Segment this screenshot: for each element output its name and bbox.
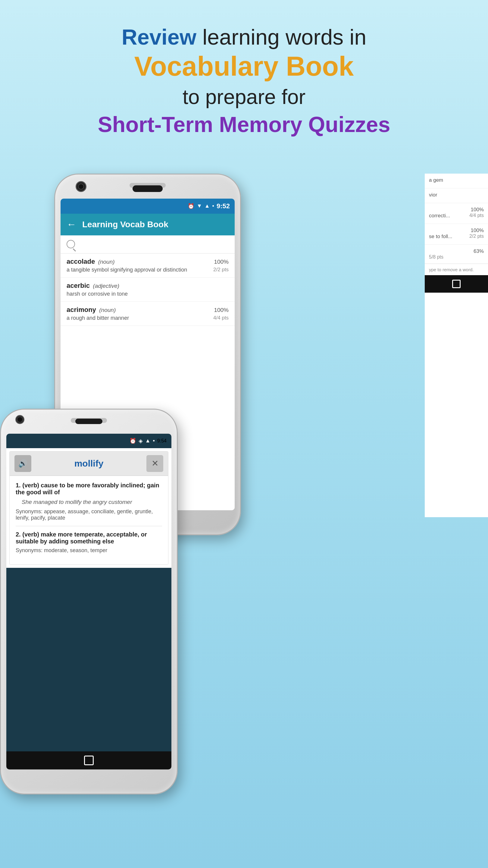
header-line1: Review learning words in <box>0 24 488 50</box>
right-pts-last: 5/8 pts <box>429 254 444 260</box>
word-header-acerbic: acerbic (adjective) <box>67 282 229 290</box>
alarm-icon-front: ⏰ <box>130 438 136 444</box>
phones-area: ⏰ ▼ ▲ ▪ 9:52 ← Learning Vocab Book <box>0 156 488 864</box>
dialog-body: 1. (verb) cause to be more favorably inc… <box>10 476 168 564</box>
definition-2-text: (verb) make more temperate, acceptable, … <box>16 531 147 545</box>
right-item-foll: 100% se to foll... 2/2 pts <box>425 224 488 245</box>
front-phone: ⏰ ◈ ▲ ▪ 9:54 🔊 mollify <box>0 409 178 795</box>
word-dialog: 🔊 mollify ✕ 1. (verb) cause to be mo <box>9 451 168 565</box>
right-partial-list: a gem vior 100% correcti... 4/4 pts 100%… <box>425 174 488 517</box>
definition-1-text: (verb) cause to be more favorably inclin… <box>16 482 159 495</box>
word-pos-acerbic: (adjective) <box>93 283 120 289</box>
word-def-accolade: a tangible symbol signifying approval or… <box>67 267 229 273</box>
swipe-hint: ype to remove a word. <box>425 264 488 275</box>
definition-1: 1. (verb) cause to be more favorably inc… <box>16 482 162 496</box>
phone-camera-back <box>76 181 87 192</box>
dialog-header: 🔊 mollify ✕ <box>10 452 168 476</box>
word-name-row-acerbic: acerbic (adjective) <box>67 282 119 290</box>
definition-divider <box>16 526 162 526</box>
right-item-correcti: 100% correcti... 4/4 pts <box>425 203 488 224</box>
word-header-acrimony: acrimony (noun) 100% <box>67 306 229 314</box>
close-button[interactable]: ✕ <box>147 455 163 472</box>
right-def-row-foll: se to foll... 2/2 pts <box>429 234 484 241</box>
search-bar[interactable] <box>61 236 235 253</box>
dialog-word: mollify <box>31 458 147 469</box>
word-pos-acrimony: (noun) <box>99 307 116 313</box>
phone-shell-front: ⏰ ◈ ▲ ▪ 9:54 🔊 mollify <box>0 409 178 795</box>
phone-speaker-back <box>133 185 163 192</box>
vocabulary-book-text: Vocabulary Book <box>0 50 488 83</box>
status-time-back: 9:52 <box>217 202 230 210</box>
right-text-foll: se to foll... <box>429 234 452 240</box>
right-pts-foll: 2/2 pts <box>469 234 484 241</box>
right-pts-correcti: 4/4 pts <box>469 213 484 220</box>
word-pos-accolade: (noun) <box>98 258 115 265</box>
quiz-text: Short-Term Memory Quizzes <box>0 112 488 137</box>
example-sentence-1: She managed to mollify the angry custome… <box>22 499 162 505</box>
word-name-row: accolade (noun) <box>67 258 115 266</box>
status-bar-front: ⏰ ◈ ▲ ▪ 9:54 <box>6 434 171 448</box>
right-percent-correcti: 100% <box>471 207 484 213</box>
learning-words-text: learning words in <box>196 25 366 49</box>
status-bar-back: ⏰ ▼ ▲ ▪ 9:52 <box>61 198 235 214</box>
right-text-vior: vior <box>429 192 484 198</box>
right-text-gem: a gem <box>429 177 484 183</box>
right-stats-correcti: 100% <box>429 207 484 213</box>
word-name-acerbic: acerbic <box>67 282 90 289</box>
word-name-accolade: accolade <box>67 258 95 265</box>
word-header-accolade: accolade (noun) 100% <box>67 258 229 266</box>
battery-icon-front: ▪ <box>153 438 155 444</box>
background-area <box>6 568 171 751</box>
right-percent-last: 63% <box>474 248 484 254</box>
search-icon <box>67 240 75 248</box>
synonyms-1: Synonyms: appease, assuage, conciliate, … <box>16 508 162 521</box>
right-percent-foll: 100% <box>471 227 484 234</box>
word-pts-accolade: 2/2 pts <box>213 267 229 273</box>
nav-square-right <box>452 280 461 288</box>
signal-icon-front: ▲ <box>145 438 151 444</box>
word-item-accolade[interactable]: accolade (noun) 100% a tangible symbol s… <box>61 253 235 278</box>
right-item-gem: a gem <box>425 174 488 188</box>
phone-speaker-front <box>75 418 102 424</box>
word-name-row-acrimony: acrimony (noun) <box>67 306 116 314</box>
phone-camera-front <box>15 415 24 424</box>
speaker-icon: 🔊 <box>19 459 27 468</box>
right-item-last: 63% 5/8 pts <box>425 245 488 264</box>
wifi-icon-front: ◈ <box>138 438 143 444</box>
alarm-icon: ⏰ <box>188 203 194 210</box>
back-arrow-icon[interactable]: ← <box>67 219 76 230</box>
review-text: Review <box>122 25 196 49</box>
right-stats-last: 63% <box>429 248 484 254</box>
swipe-hint-area: ype to remove a word. <box>425 264 488 293</box>
word-percent-accolade: 100% <box>214 258 229 265</box>
word-percent-acrimony: 100% <box>214 307 229 313</box>
phone-screen-front: ⏰ ◈ ▲ ▪ 9:54 🔊 mollify <box>6 434 171 770</box>
app-bar-back: ← Learning Vocab Book <box>61 214 235 236</box>
app-bar-title: Learning Vocab Book <box>82 220 168 229</box>
right-text-correcti: correcti... <box>429 213 450 219</box>
battery-icon: ▪ <box>213 203 214 209</box>
word-item-acrimony[interactable]: acrimony (noun) 100% a rough and bitter … <box>61 302 235 326</box>
close-icon: ✕ <box>152 458 158 468</box>
front-screen-content: ⏰ ◈ ▲ ▪ 9:54 🔊 mollify <box>6 434 171 770</box>
word-def-acerbic: harsh or corrosive in tone <box>67 291 229 297</box>
wifi-icon: ▼ <box>197 203 202 209</box>
bottom-nav-right <box>425 275 488 293</box>
word-name-acrimony: acrimony <box>67 306 96 313</box>
right-def-row-correcti: correcti... 4/4 pts <box>429 213 484 220</box>
bottom-nav <box>6 751 171 770</box>
word-def-acrimony: a rough and bitter manner 4/4 pts <box>67 315 229 321</box>
synonyms-2: Synonyms: moderate, season, temper <box>16 547 162 554</box>
status-time-front: 9:54 <box>157 438 167 444</box>
right-item-vior: vior <box>425 188 488 203</box>
nav-square-icon[interactable] <box>84 755 94 765</box>
speaker-button[interactable]: 🔊 <box>14 455 31 472</box>
word-pts-acrimony: 4/4 pts <box>213 315 229 321</box>
word-item-acerbic[interactable]: acerbic (adjective) harsh or corrosive i… <box>61 278 235 302</box>
prepare-text: to prepare for <box>0 83 488 111</box>
signal-icon: ▲ <box>204 203 210 209</box>
right-def-row-last: 5/8 pts <box>429 254 484 260</box>
right-stats-foll: 100% <box>429 227 484 234</box>
definition-2: 2. (verb) make more temperate, acceptabl… <box>16 531 162 545</box>
header-section: Review learning words in Vocabulary Book… <box>0 0 488 150</box>
